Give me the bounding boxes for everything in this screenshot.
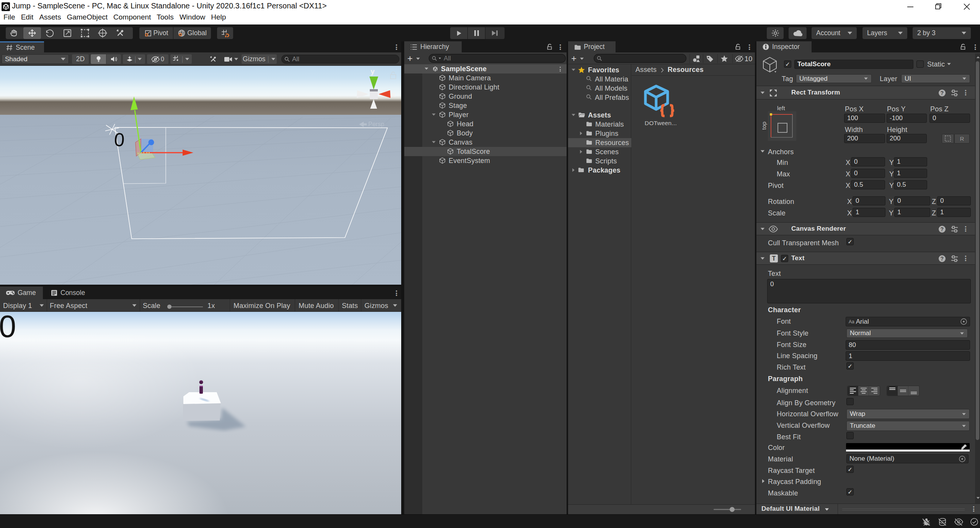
svg-text:?: ?: [941, 256, 944, 262]
svg-text:x: x: [392, 90, 396, 98]
svg-text:?: ?: [941, 90, 944, 96]
svg-text:?: ?: [941, 226, 944, 232]
svg-text:0: 0: [114, 129, 125, 150]
svg-text:y: y: [371, 67, 375, 75]
svg-text:Persp: Persp: [368, 121, 384, 127]
